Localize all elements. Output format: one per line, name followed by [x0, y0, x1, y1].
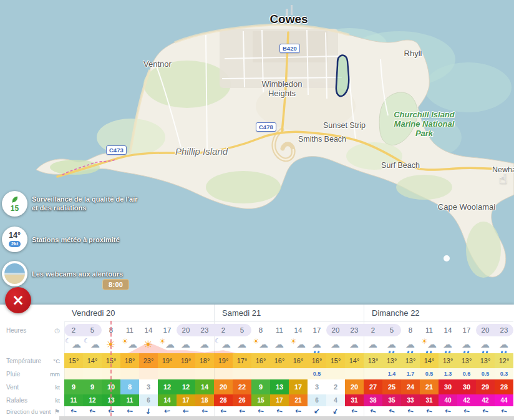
hour-cell[interactable]: 14 [439, 322, 457, 338]
weather-icon-cell: ☁ [476, 338, 495, 353]
gust-cell: 4 [326, 394, 345, 406]
wind-direction-cell: → [326, 406, 345, 416]
weather-icon-cell: ☀☁ [158, 338, 177, 353]
hour-cell[interactable]: 2 [64, 322, 83, 338]
wind-label: Vent [6, 384, 19, 391]
rain-cell [214, 368, 233, 379]
day-tab-vendredi[interactable]: Vendredi 20 [64, 305, 214, 321]
wind-direction-arrow-icon: → [276, 407, 284, 416]
wind-direction-arrow-icon: → [294, 408, 301, 416]
temperature-cell: 16° [251, 353, 270, 368]
forecast-panel: Vendredi 20 Samedi 21 Dimanche 22 Heures… [0, 305, 514, 420]
air-quality-label: Surveillance de la qualité de l'air et d… [32, 195, 139, 213]
moon-cloud-icon: ☾☁ [84, 339, 100, 353]
hour-cell[interactable]: 23 [345, 322, 364, 338]
wind-direction-arrow-icon: → [387, 407, 396, 416]
close-button[interactable]: × [5, 287, 31, 313]
road-badge-c478: C478 [256, 122, 276, 132]
hour-cell[interactable]: 17 [308, 322, 326, 338]
hour-cell[interactable]: 5 [382, 322, 401, 338]
gust-cell: 33 [401, 394, 420, 406]
close-icon: × [12, 293, 24, 308]
hour-cell[interactable]: 17 [457, 322, 476, 338]
day-tab-dimanche[interactable]: Dimanche 22 [364, 305, 513, 321]
wind-direction-cell: → [476, 406, 495, 416]
temperature-cell: 13° [476, 353, 495, 368]
wind-cell: 20 [214, 379, 233, 394]
hour-cell[interactable]: 20 [177, 322, 195, 338]
hour-cell[interactable]: 8 [401, 322, 420, 338]
wind-direction-arrow-icon: → [220, 408, 226, 416]
weather-stations-button[interactable]: 14° 2kt [2, 227, 27, 252]
station-wind-badge: 2kt [9, 241, 21, 247]
hour-cell[interactable]: 20 [326, 322, 345, 338]
temperature-cell: 16° [289, 353, 308, 368]
gust-cell: 38 [364, 394, 382, 406]
temperature-cell: 13° [364, 353, 382, 368]
webcams-button[interactable] [2, 261, 27, 286]
hour-cell[interactable]: 11 [420, 322, 439, 338]
temperature-cell: 14° [83, 353, 102, 368]
rain-cell [102, 368, 120, 379]
hour-cell[interactable]: 8 [251, 322, 270, 338]
cloud-icon: ☁ [271, 339, 288, 353]
horizontal-scrollbar[interactable] [59, 416, 514, 420]
air-quality-button[interactable]: 15 [2, 191, 27, 217]
rain-cell: 0.5 [476, 368, 495, 379]
hour-cell[interactable]: 14 [289, 322, 308, 338]
hour-cell[interactable]: 2 [214, 322, 233, 338]
wind-cell: 22 [233, 379, 251, 394]
gust-cell: 26 [233, 394, 251, 406]
wind-direction-cell: → [158, 406, 177, 416]
temperature-cell: 17° [233, 353, 251, 368]
rain-cell [195, 368, 214, 379]
temperature-cell: 15° [64, 353, 83, 368]
gust-cell: 21 [289, 394, 308, 406]
time-indicator-handle[interactable]: 8:00 [102, 279, 129, 290]
row-label-rain: Pluie mm [0, 368, 64, 379]
wind-direction-cell: → [308, 406, 326, 416]
wind-direction-cell: → [420, 406, 439, 416]
hour-cell[interactable]: 17 [158, 322, 177, 338]
station-temperature-value: 14° [9, 232, 21, 240]
hour-cell[interactable]: 11 [270, 322, 289, 338]
rain-cell: 1.3 [439, 368, 457, 379]
temperature-cell: 14° [345, 353, 364, 368]
hour-cell[interactable]: 20 [476, 322, 495, 338]
wind-direction-cell: → [364, 406, 382, 416]
day-tab-samedi[interactable]: Samedi 21 [214, 305, 364, 321]
hour-cell[interactable]: 23 [495, 322, 513, 338]
wind-direction-cell: → [177, 406, 195, 416]
gusts-unit: kt [56, 397, 60, 404]
rain-cell [158, 368, 177, 379]
wind-cell: 28 [495, 379, 513, 394]
weather-icon-cell: ☁ [195, 338, 214, 353]
hour-cell[interactable]: 5 [83, 322, 102, 338]
weather-icon-cell: ☀☁ [420, 338, 439, 353]
map-area[interactable]: Cowes Ventnor Wimbledon Heights Rhyll Su… [0, 0, 514, 305]
gust-cell: 28 [214, 394, 233, 406]
map-canvas[interactable] [0, 0, 514, 305]
hour-cell[interactable]: 11 [120, 322, 139, 338]
gust-cell: 18 [195, 394, 214, 406]
wind-direction-cell: → [401, 406, 420, 416]
wind-direction-cell: → [102, 406, 120, 416]
hour-cell[interactable]: 2 [364, 322, 382, 338]
moon-cloud-icon: ☾☁ [215, 339, 231, 353]
wind-cell: 30 [457, 379, 476, 394]
rain-cell [139, 368, 158, 379]
wind-direction-arrow-icon: → [257, 407, 264, 416]
wind-direction-cell: → [457, 406, 476, 416]
gust-cell: 31 [345, 394, 364, 406]
rain-cell [251, 368, 270, 379]
wind-direction-arrow-icon: → [331, 407, 340, 416]
hour-cell[interactable]: 23 [195, 322, 214, 338]
weather-icon-cell: ☁ [233, 338, 251, 353]
weather-icon-cell: ☀ [102, 338, 120, 353]
wind-direction-arrow-icon: → [163, 408, 170, 416]
weather-icon-cell: ☀☁ [251, 338, 270, 353]
hour-cell[interactable]: 5 [233, 322, 251, 338]
hour-cell[interactable]: 14 [139, 322, 158, 338]
hour-cell[interactable]: 8 [102, 322, 120, 338]
cloud-rain-icon: ☁ [384, 339, 400, 353]
